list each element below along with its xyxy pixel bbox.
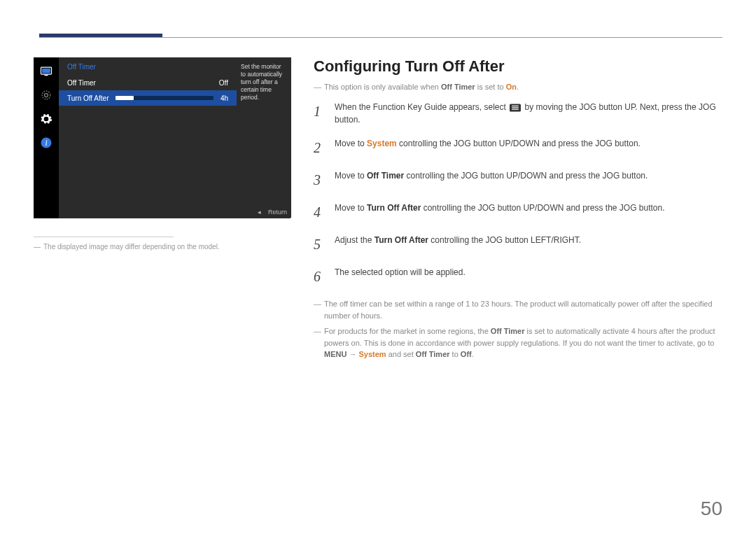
step-4: 4 Move to Turn Off After controlling the… [314, 202, 722, 223]
osd-row-label: Off Timer [67, 79, 96, 87]
osd-main-panel: Off Timer Off Timer Off Turn Off After 4… [59, 57, 291, 218]
osd-row-value: 4h [220, 94, 228, 102]
gear-icon [38, 111, 55, 127]
svg-rect-10 [512, 108, 519, 109]
step-text: Adjust the Turn Off After controlling th… [335, 234, 581, 246]
step-number: 6 [314, 266, 325, 287]
header-line [39, 37, 722, 38]
steps-list: 1 When the Function Key Guide appears, s… [314, 101, 722, 287]
svg-point-3 [42, 91, 50, 99]
step-number: 1 [314, 101, 325, 122]
osd-return-hint: ◂ Return [258, 209, 287, 216]
osd-sidebar: i [34, 57, 59, 218]
step-1: 1 When the Function Key Guide appears, s… [314, 101, 722, 126]
svg-point-4 [45, 94, 48, 97]
footnote-1: ― The off timer can be set within a rang… [314, 298, 722, 321]
header-rule [34, 34, 722, 41]
step-number: 2 [314, 137, 325, 158]
info-icon: i [38, 134, 55, 151]
left-column: i Off Timer Off Timer Off Turn Off After [34, 57, 291, 365]
svg-text:i: i [45, 139, 47, 148]
step-2: 2 Move to System controlling the JOG but… [314, 137, 722, 158]
step-3: 3 Move to Off Timer controlling the JOG … [314, 169, 722, 190]
footnote-text: For products for the market in some regi… [324, 325, 722, 360]
svg-rect-8 [512, 106, 519, 106]
step-number: 4 [314, 202, 325, 223]
caption-divider [34, 237, 174, 237]
step-text: Move to Turn Off After controlling the J… [335, 202, 665, 214]
osd-screenshot: i Off Timer Off Timer Off Turn Off After [34, 57, 291, 218]
right-column: Configuring Turn Off After ― This option… [314, 57, 722, 365]
footnote-2: ― For products for the market in some re… [314, 325, 722, 360]
page-number: 50 [701, 498, 722, 520]
picture-icon [38, 87, 55, 104]
step-text: The selected option will be applied. [335, 266, 465, 279]
osd-slider-track [115, 96, 213, 100]
osd-description: Set the monitor to automatically turn of… [237, 57, 291, 107]
svg-rect-2 [45, 75, 48, 76]
footnotes: ― The off timer can be set within a rang… [314, 298, 722, 360]
svg-rect-1 [42, 69, 50, 73]
step-text: When the Function Key Guide appears, sel… [335, 101, 722, 126]
step-6: 6 The selected option will be applied. [314, 266, 722, 287]
osd-row-label: Turn Off After [67, 94, 108, 102]
back-arrow-icon: ◂ [258, 209, 261, 216]
footnote-text: The off timer can be set within a range … [324, 298, 722, 321]
svg-rect-9 [512, 107, 519, 108]
manual-page: i Off Timer Off Timer Off Turn Off After [0, 0, 756, 534]
note-text: This option is only available when Off T… [324, 83, 519, 91]
dash-mark: ― [314, 298, 321, 321]
caption-text: The displayed image may differ depending… [43, 243, 220, 251]
dash-mark: ― [34, 243, 41, 251]
monitor-icon [38, 63, 55, 80]
step-text: Move to System controlling the JOG butto… [335, 137, 640, 150]
menu-icon [510, 104, 521, 112]
step-number: 3 [314, 169, 325, 190]
availability-note: ― This option is only available when Off… [314, 83, 722, 91]
step-number: 5 [314, 234, 325, 255]
step-5: 5 Adjust the Turn Off After controlling … [314, 234, 722, 255]
dash-mark: ― [314, 83, 321, 91]
image-caption: ― The displayed image may differ dependi… [34, 243, 291, 251]
content-columns: i Off Timer Off Timer Off Turn Off After [34, 57, 722, 365]
dash-mark: ― [314, 325, 321, 360]
osd-row-value: Off [219, 79, 228, 87]
osd-slider-fill [115, 96, 133, 100]
section-heading: Configuring Turn Off After [314, 57, 722, 76]
osd-return-label: Return [268, 209, 287, 216]
step-text: Move to Off Timer controlling the JOG bu… [335, 169, 648, 182]
